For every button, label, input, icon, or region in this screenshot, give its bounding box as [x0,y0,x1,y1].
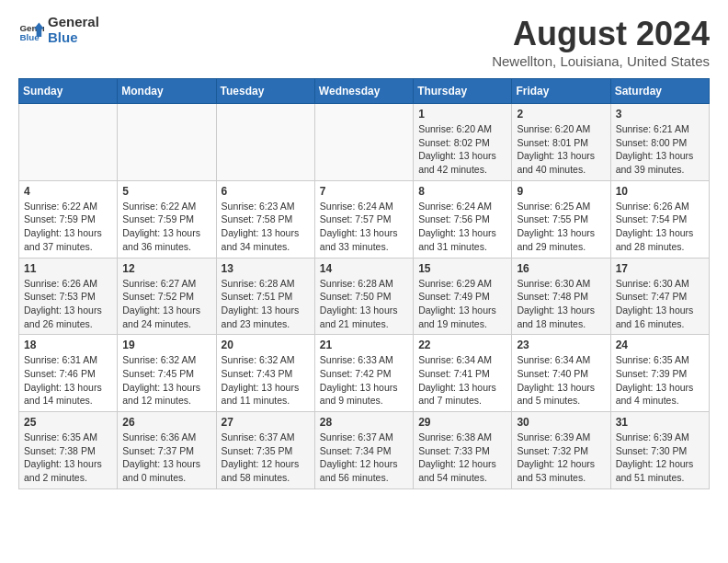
calendar-header-friday: Friday [512,79,610,104]
calendar-cell: 23Sunrise: 6:34 AM Sunset: 7:40 PM Dayli… [512,335,610,412]
day-info: Sunrise: 6:21 AM Sunset: 8:00 PM Dayligh… [616,122,704,177]
day-number: 9 [517,185,605,198]
day-number: 4 [24,185,112,198]
calendar-cell: 14Sunrise: 6:28 AM Sunset: 7:50 PM Dayli… [314,258,413,335]
calendar-cell [118,104,216,181]
calendar-header-wednesday: Wednesday [314,79,413,104]
day-number: 3 [616,108,704,121]
calendar-cell: 4Sunrise: 6:22 AM Sunset: 7:59 PM Daylig… [19,180,118,258]
day-number: 6 [222,185,310,198]
day-number: 27 [222,416,310,429]
calendar-cell: 19Sunrise: 6:32 AM Sunset: 7:45 PM Dayli… [118,335,216,412]
page-subtitle: Newellton, Louisiana, United States [492,53,710,69]
header: General Blue General Blue August 2024 Ne… [18,15,710,69]
day-info: Sunrise: 6:36 AM Sunset: 7:37 PM Dayligh… [122,431,210,485]
day-number: 14 [320,262,408,275]
calendar-cell [216,104,314,181]
day-info: Sunrise: 6:37 AM Sunset: 7:34 PM Dayligh… [320,431,408,485]
calendar-cell: 27Sunrise: 6:37 AM Sunset: 7:35 PM Dayli… [216,412,314,489]
logo: General Blue General Blue [18,15,99,45]
day-number: 22 [418,339,506,351]
calendar-cell: 26Sunrise: 6:36 AM Sunset: 7:37 PM Dayli… [118,412,216,489]
calendar-cell: 3Sunrise: 6:21 AM Sunset: 8:00 PM Daylig… [610,104,709,181]
day-info: Sunrise: 6:29 AM Sunset: 7:49 PM Dayligh… [418,277,506,331]
calendar-cell: 12Sunrise: 6:27 AM Sunset: 7:52 PM Dayli… [118,258,216,335]
calendar-header-monday: Monday [118,79,216,104]
calendar-header-saturday: Saturday [610,79,709,104]
calendar-cell: 30Sunrise: 6:39 AM Sunset: 7:32 PM Dayli… [512,412,610,489]
calendar-cell: 20Sunrise: 6:32 AM Sunset: 7:43 PM Dayli… [216,335,314,412]
day-number: 20 [222,339,310,351]
page-title: August 2024 [492,15,710,53]
calendar-cell: 10Sunrise: 6:26 AM Sunset: 7:54 PM Dayli… [610,180,709,258]
day-info: Sunrise: 6:39 AM Sunset: 7:30 PM Dayligh… [616,431,704,485]
day-number: 13 [222,262,310,275]
day-number: 15 [418,262,506,275]
day-number: 7 [320,185,408,198]
calendar-cell: 9Sunrise: 6:25 AM Sunset: 7:55 PM Daylig… [512,180,610,258]
day-number: 21 [320,339,408,351]
day-info: Sunrise: 6:22 AM Sunset: 7:59 PM Dayligh… [122,200,210,254]
calendar-week-1: 1Sunrise: 6:20 AM Sunset: 8:02 PM Daylig… [19,104,710,181]
day-info: Sunrise: 6:28 AM Sunset: 7:51 PM Dayligh… [222,277,310,331]
day-info: Sunrise: 6:25 AM Sunset: 7:55 PM Dayligh… [517,200,605,254]
day-info: Sunrise: 6:35 AM Sunset: 7:39 PM Dayligh… [616,353,704,408]
day-info: Sunrise: 6:24 AM Sunset: 7:56 PM Dayligh… [418,200,506,254]
calendar-cell: 1Sunrise: 6:20 AM Sunset: 8:02 PM Daylig… [414,104,512,181]
calendar-cell: 17Sunrise: 6:30 AM Sunset: 7:47 PM Dayli… [610,258,709,335]
day-number: 23 [517,339,605,351]
day-info: Sunrise: 6:37 AM Sunset: 7:35 PM Dayligh… [222,431,310,485]
calendar-week-5: 25Sunrise: 6:35 AM Sunset: 7:38 PM Dayli… [19,412,710,489]
calendar-week-3: 11Sunrise: 6:26 AM Sunset: 7:53 PM Dayli… [19,258,710,335]
day-info: Sunrise: 6:32 AM Sunset: 7:45 PM Dayligh… [122,353,210,408]
calendar-week-2: 4Sunrise: 6:22 AM Sunset: 7:59 PM Daylig… [19,180,710,258]
calendar-header-row: SundayMondayTuesdayWednesdayThursdayFrid… [19,79,710,104]
calendar-header-tuesday: Tuesday [216,79,314,104]
day-info: Sunrise: 6:30 AM Sunset: 7:47 PM Dayligh… [616,277,704,331]
day-info: Sunrise: 6:26 AM Sunset: 7:54 PM Dayligh… [616,200,704,254]
day-info: Sunrise: 6:24 AM Sunset: 7:57 PM Dayligh… [320,200,408,254]
logo-icon: General Blue [18,17,44,43]
day-number: 26 [122,416,210,429]
day-info: Sunrise: 6:35 AM Sunset: 7:38 PM Dayligh… [24,431,112,485]
day-info: Sunrise: 6:32 AM Sunset: 7:43 PM Dayligh… [222,353,310,408]
day-info: Sunrise: 6:34 AM Sunset: 7:40 PM Dayligh… [517,353,605,408]
calendar-cell: 5Sunrise: 6:22 AM Sunset: 7:59 PM Daylig… [118,180,216,258]
day-info: Sunrise: 6:34 AM Sunset: 7:41 PM Dayligh… [418,353,506,408]
day-info: Sunrise: 6:23 AM Sunset: 7:58 PM Dayligh… [222,200,310,254]
title-area: August 2024 Newellton, Louisiana, United… [492,15,710,69]
calendar-cell: 15Sunrise: 6:29 AM Sunset: 7:49 PM Dayli… [414,258,512,335]
day-number: 8 [418,185,506,198]
day-number: 1 [418,108,506,121]
logo-text-blue: Blue [48,30,99,46]
day-number: 5 [122,185,210,198]
day-info: Sunrise: 6:38 AM Sunset: 7:33 PM Dayligh… [418,431,506,485]
calendar-cell: 8Sunrise: 6:24 AM Sunset: 7:56 PM Daylig… [414,180,512,258]
calendar-cell: 18Sunrise: 6:31 AM Sunset: 7:46 PM Dayli… [19,335,118,412]
calendar-cell: 13Sunrise: 6:28 AM Sunset: 7:51 PM Dayli… [216,258,314,335]
calendar-table: SundayMondayTuesdayWednesdayThursdayFrid… [18,78,710,489]
calendar-header-sunday: Sunday [19,79,118,104]
calendar-cell: 11Sunrise: 6:26 AM Sunset: 7:53 PM Dayli… [19,258,118,335]
calendar-cell: 24Sunrise: 6:35 AM Sunset: 7:39 PM Dayli… [610,335,709,412]
calendar-header-thursday: Thursday [414,79,512,104]
calendar-cell: 29Sunrise: 6:38 AM Sunset: 7:33 PM Dayli… [414,412,512,489]
day-number: 10 [616,185,704,198]
day-number: 18 [24,339,112,351]
calendar-cell: 7Sunrise: 6:24 AM Sunset: 7:57 PM Daylig… [314,180,413,258]
day-info: Sunrise: 6:20 AM Sunset: 8:02 PM Dayligh… [418,122,506,177]
day-info: Sunrise: 6:28 AM Sunset: 7:50 PM Dayligh… [320,277,408,331]
day-info: Sunrise: 6:20 AM Sunset: 8:01 PM Dayligh… [517,122,605,177]
day-number: 24 [616,339,704,351]
calendar-cell: 31Sunrise: 6:39 AM Sunset: 7:30 PM Dayli… [610,412,709,489]
calendar-cell: 2Sunrise: 6:20 AM Sunset: 8:01 PM Daylig… [512,104,610,181]
calendar-cell: 16Sunrise: 6:30 AM Sunset: 7:48 PM Dayli… [512,258,610,335]
calendar-cell [314,104,413,181]
day-number: 17 [616,262,704,275]
day-info: Sunrise: 6:39 AM Sunset: 7:32 PM Dayligh… [517,431,605,485]
day-number: 31 [616,416,704,429]
calendar-week-4: 18Sunrise: 6:31 AM Sunset: 7:46 PM Dayli… [19,335,710,412]
day-info: Sunrise: 6:31 AM Sunset: 7:46 PM Dayligh… [24,353,112,408]
day-info: Sunrise: 6:30 AM Sunset: 7:48 PM Dayligh… [517,277,605,331]
calendar-cell: 25Sunrise: 6:35 AM Sunset: 7:38 PM Dayli… [19,412,118,489]
